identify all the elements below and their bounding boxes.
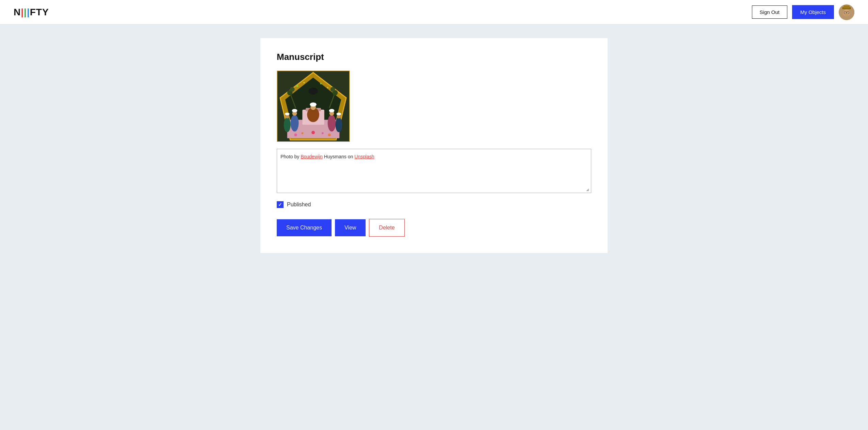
svg-point-32: [303, 82, 305, 83]
unsplash-link[interactable]: Unsplash: [354, 154, 374, 159]
avatar[interactable]: [839, 4, 854, 20]
photographer-link[interactable]: Boudewijn: [301, 154, 323, 159]
photo-credit-middle: Huysmans on: [323, 154, 354, 159]
svg-point-46: [328, 133, 331, 136]
page-title: Manuscript: [277, 52, 591, 62]
svg-point-36: [314, 88, 317, 91]
svg-point-42: [331, 87, 335, 92]
logo-n: N: [14, 7, 21, 18]
photo-credit-prefix: Photo by: [280, 154, 301, 159]
description-body[interactable]: [280, 160, 588, 187]
navbar: N | | | FTY Sign Out My Objects: [0, 0, 868, 25]
svg-point-30: [336, 113, 341, 115]
logo-fty: FTY: [30, 7, 49, 18]
logo-bar1: |: [21, 7, 24, 18]
published-row: ✓ Published: [277, 201, 591, 208]
nav-right: Sign Out My Objects: [752, 4, 854, 20]
svg-point-47: [311, 131, 315, 134]
main-card: Manuscript: [260, 38, 608, 253]
published-label: Published: [287, 202, 311, 208]
checkmark-icon: ✓: [278, 202, 282, 207]
svg-point-22: [328, 115, 336, 132]
svg-point-25: [284, 117, 291, 132]
resize-handle[interactable]: ◢: [586, 188, 590, 192]
logo: N | | | FTY: [14, 7, 49, 18]
description-area[interactable]: Photo by Boudewijn Huysmans on Unsplash …: [277, 149, 591, 193]
svg-point-43: [294, 133, 297, 136]
action-buttons: Save Changes View Delete: [277, 219, 591, 237]
svg-point-45: [322, 132, 324, 134]
svg-point-34: [327, 87, 328, 89]
page-wrapper: Manuscript: [254, 25, 614, 267]
svg-point-31: [296, 85, 298, 87]
photo-credit: Photo by Boudewijn Huysmans on Unsplash: [280, 152, 588, 160]
svg-point-19: [291, 115, 299, 132]
svg-point-35: [308, 88, 318, 95]
save-changes-button[interactable]: Save Changes: [277, 219, 332, 236]
svg-point-28: [335, 117, 342, 132]
svg-point-33: [320, 83, 322, 84]
manuscript-image: [277, 70, 350, 142]
published-checkbox[interactable]: ✓: [277, 201, 284, 208]
my-objects-button[interactable]: My Objects: [792, 5, 834, 19]
logo-bar3: |: [27, 7, 30, 18]
svg-point-24: [329, 109, 335, 112]
svg-point-27: [285, 113, 290, 115]
svg-point-21: [292, 109, 298, 112]
logo-bar2: |: [24, 7, 27, 18]
svg-rect-2: [843, 5, 850, 8]
svg-point-44: [301, 132, 303, 134]
sign-out-button[interactable]: Sign Out: [752, 5, 787, 19]
svg-point-7: [844, 13, 849, 16]
svg-point-39: [290, 87, 295, 92]
svg-rect-18: [311, 103, 316, 106]
delete-button[interactable]: Delete: [369, 219, 404, 237]
view-button[interactable]: View: [335, 219, 366, 236]
